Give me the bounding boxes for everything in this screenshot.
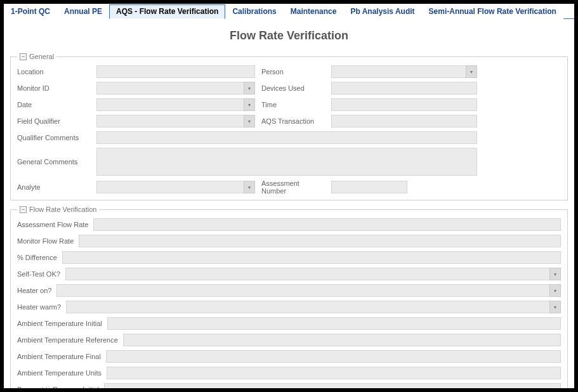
chevron-down-icon[interactable]: ▾: [466, 65, 477, 78]
label-barometric-pressure-initial: Barometric Pressure Initial: [17, 386, 99, 388]
label-heater-on: Heater on?: [17, 287, 51, 294]
label-person: Person: [261, 68, 325, 75]
select-heater-warm-value[interactable]: [66, 301, 561, 313]
select-field-qualifier[interactable]: ▾: [96, 115, 255, 127]
tab-annual-pe[interactable]: Annual PE: [57, 4, 109, 19]
label-location: Location: [17, 68, 90, 75]
input-aqs-transaction[interactable]: [331, 115, 477, 127]
select-self-test-ok-value[interactable]: [65, 268, 561, 280]
select-field-qualifier-value[interactable]: [96, 115, 255, 127]
tab-label: Calibrations: [232, 7, 276, 16]
label-assessment-number: Assessment Number: [261, 180, 325, 195]
select-date-value[interactable]: [96, 98, 255, 111]
chevron-down-icon[interactable]: ▾: [549, 301, 561, 313]
tab-label: Pb Analysis Audit: [350, 7, 414, 16]
input-barometric-pressure-initial[interactable]: [104, 383, 561, 388]
input-pct-difference[interactable]: [62, 251, 561, 264]
input-ambient-temp-reference[interactable]: [123, 334, 561, 346]
select-person[interactable]: ▾: [331, 65, 477, 78]
tab-label: 1-Point QC: [11, 7, 50, 16]
chevron-down-icon[interactable]: ▾: [244, 181, 255, 193]
tab-pb-analysis-audit[interactable]: Pb Analysis Audit: [343, 4, 421, 19]
collapse-icon[interactable]: −: [20, 53, 27, 60]
tab-aqs-flow-rate-verification[interactable]: AQS - Flow Rate Verification: [109, 4, 225, 19]
collapse-icon[interactable]: −: [20, 206, 27, 213]
select-analyte-value[interactable]: [96, 181, 255, 193]
legend-verification: − Flow Rate Verification: [17, 206, 99, 213]
select-heater-warm[interactable]: ▾: [66, 301, 561, 313]
select-date[interactable]: ▾: [96, 98, 255, 111]
input-location[interactable]: [96, 65, 255, 78]
tab-label: Maintenance: [291, 7, 337, 16]
select-person-value[interactable]: [331, 65, 477, 78]
label-pct-difference: % Difference: [17, 254, 57, 261]
tab-label: Semi-Annual Flow Rate Verification: [429, 7, 556, 16]
input-devices-used[interactable]: [331, 82, 477, 95]
label-heater-warm: Heater warm?: [17, 303, 61, 311]
input-ambient-temp-final[interactable]: [106, 350, 561, 363]
label-ambient-temp-reference: Ambient Temperature Reference: [17, 336, 118, 344]
select-heater-on[interactable]: ▾: [56, 284, 561, 297]
select-monitor-id[interactable]: ▾: [96, 82, 255, 95]
chevron-down-icon[interactable]: ▾: [549, 268, 561, 280]
label-qualifier-comments: Qualifier Comments: [17, 134, 90, 141]
label-date: Date: [17, 101, 90, 108]
label-monitor-flow-rate: Monitor Flow Rate: [17, 237, 74, 245]
tab-maintenance[interactable]: Maintenance: [284, 4, 344, 19]
textarea-general-comments[interactable]: [96, 148, 477, 176]
select-analyte[interactable]: ▾: [96, 181, 255, 193]
tab-calibrations[interactable]: Calibrations: [225, 4, 283, 19]
chevron-down-icon[interactable]: ▾: [244, 98, 255, 111]
legend-label: General: [29, 53, 54, 60]
chevron-down-icon[interactable]: ▾: [244, 115, 255, 127]
label-monitor-id: Monitor ID: [17, 84, 90, 92]
label-time: Time: [261, 101, 325, 108]
legend-general: − General: [17, 53, 56, 60]
chevron-down-icon[interactable]: ▾: [549, 284, 561, 297]
fieldset-general: − General Location Person ▾ Monitor ID ▾…: [10, 53, 568, 200]
chevron-down-icon[interactable]: ▾: [244, 82, 255, 95]
input-ambient-temp-units[interactable]: [107, 367, 561, 379]
label-general-comments: General Comments: [17, 158, 90, 166]
content: Flow Rate Verification − General Locatio…: [4, 19, 574, 388]
select-monitor-id-value[interactable]: [96, 82, 255, 95]
tab-label: Annual PE: [64, 7, 102, 16]
fieldset-flow-rate-verification: − Flow Rate Verification Assessment Flow…: [10, 206, 568, 388]
label-aqs-transaction: AQS Transaction: [261, 117, 325, 125]
tab-label: AQS - Flow Rate Verification: [116, 7, 218, 16]
input-ambient-temp-initial[interactable]: [107, 317, 561, 330]
label-ambient-temp-final: Ambient Temperature Final: [17, 353, 101, 360]
label-ambient-temp-units: Ambient Temperature Units: [17, 369, 102, 377]
input-assessment-number[interactable]: [331, 181, 407, 193]
page-title: Flow Rate Verification: [10, 29, 568, 42]
label-field-qualifier: Field Qualifier: [17, 117, 90, 125]
label-devices-used: Devices Used: [261, 84, 325, 92]
label-self-test-ok: Self-Test OK?: [17, 270, 60, 278]
input-monitor-flow-rate[interactable]: [79, 235, 561, 247]
select-heater-on-value[interactable]: [56, 284, 561, 297]
tab-semi-annual-flow-rate-verification[interactable]: Semi-Annual Flow Rate Verification: [422, 4, 563, 19]
tabbar: 1-Point QC Annual PE AQS - Flow Rate Ver…: [4, 4, 574, 19]
legend-label: Flow Rate Verification: [29, 206, 96, 213]
input-assessment-flow-rate[interactable]: [93, 218, 561, 231]
select-self-test-ok[interactable]: ▾: [65, 268, 561, 280]
label-analyte: Analyte: [17, 183, 90, 191]
tab-1-point-qc[interactable]: 1-Point QC: [4, 4, 57, 19]
label-ambient-temp-initial: Ambient Temperature Initial: [17, 320, 102, 327]
label-assessment-flow-rate: Assessment Flow Rate: [17, 221, 88, 228]
input-time[interactable]: [331, 98, 477, 111]
input-qualifier-comments[interactable]: [96, 131, 477, 144]
